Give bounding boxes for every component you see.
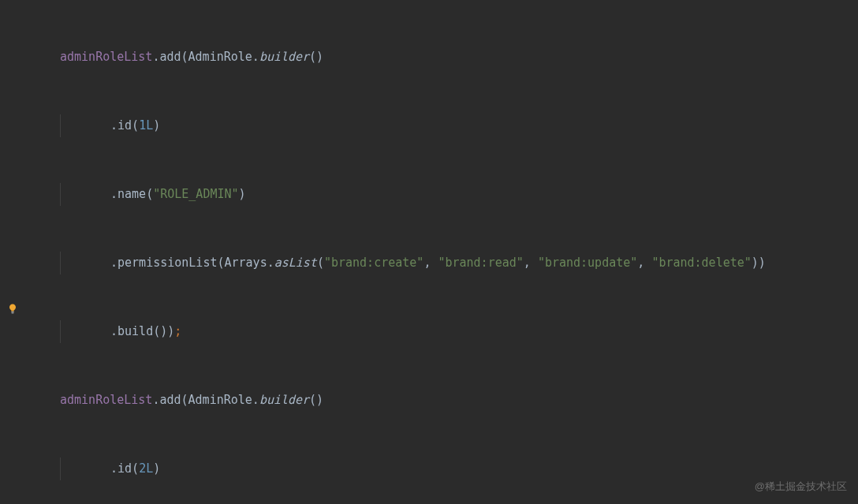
- intention-bulb-icon[interactable]: [6, 303, 19, 315]
- svg-rect-1: [12, 313, 14, 314]
- code-line: .id(2L): [32, 457, 858, 480]
- code-line: .name("ROLE_ADMIN"): [32, 183, 858, 206]
- editor-gutter: [0, 0, 32, 504]
- code-line: .build());: [32, 320, 858, 343]
- svg-rect-0: [11, 312, 13, 312]
- code-line: .permissionList(Arrays.asList("brand:cre…: [32, 252, 858, 274]
- watermark-text: @稀土掘金技术社区: [755, 475, 847, 498]
- code-line: .id(1L): [32, 114, 858, 137]
- code-editor[interactable]: adminRoleList.add(AdminRole.builder() .i…: [32, 0, 858, 504]
- code-line: adminRoleList.add(AdminRole.builder(): [32, 389, 858, 412]
- code-line: adminRoleList.add(AdminRole.builder(): [32, 46, 858, 69]
